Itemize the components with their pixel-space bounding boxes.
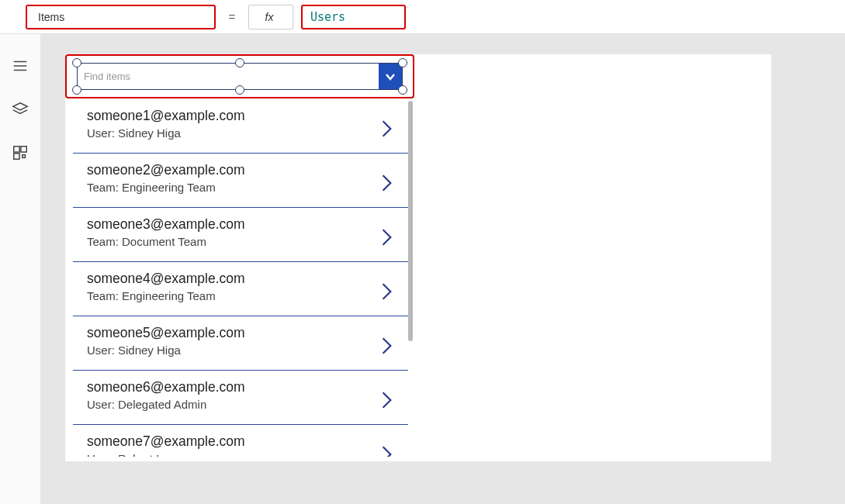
screen-canvas[interactable]: someone1@example.comUser: Sidney Higasom… [65,54,771,461]
list-item[interactable]: someone5@example.comUser: Sidney Higa [73,316,408,370]
svg-rect-5 [21,147,26,152]
list-item[interactable]: someone6@example.comUser: Delegated Admi… [73,370,408,424]
layers-icon[interactable] [12,101,29,118]
chevron-right-icon[interactable] [380,336,403,359]
list-item-text: someone6@example.comUser: Delegated Admi… [87,378,245,413]
list-item-subtitle: User: Delegated Admin [87,397,245,413]
list-item-text: someone4@example.comTeam: Engineering Te… [87,270,245,304]
list-item-text: someone7@example.comUser: Robert Lyon [87,433,245,457]
list-item-subtitle: User: Sidney Higa [87,126,245,141]
fx-label: fx [265,11,274,23]
selection-handle[interactable] [235,85,244,95]
selection-handle[interactable] [235,58,244,67]
components-icon[interactable] [12,144,29,161]
fx-button[interactable]: fx [248,5,293,29]
list-item-text: someone2@example.comTeam: Engineering Te… [87,161,245,195]
property-dropdown[interactable]: Items [26,5,216,29]
combobox-chevron-button[interactable] [379,64,402,89]
property-label: Items [38,11,64,23]
svg-rect-7 [23,155,26,158]
list-item-title: someone5@example.com [87,324,245,343]
equals-sign: = [227,10,237,23]
selection-handle[interactable] [72,85,81,95]
gallery-list: someone1@example.comUser: Sidney Higasom… [73,98,408,457]
list-item-title: someone1@example.com [87,107,245,126]
list-item-subtitle: Team: Document Team [87,234,245,250]
list-item[interactable]: someone3@example.comTeam: Document Team [73,207,408,261]
list-item[interactable]: someone7@example.comUser: Robert Lyon [73,424,408,457]
chevron-right-icon[interactable] [380,173,403,196]
combobox-selection-outline [65,54,414,98]
list-item-subtitle: User: Robert Lyon [87,451,245,457]
svg-rect-4 [14,147,19,152]
combobox-input[interactable] [78,64,379,89]
list-item-subtitle: Team: Engineering Team [87,288,245,304]
list-item-text: someone5@example.comUser: Sidney Higa [87,324,245,358]
list-item[interactable]: someone2@example.comTeam: Engineering Te… [73,153,408,207]
list-scrollbar[interactable] [408,101,413,411]
list-item[interactable]: someone1@example.comUser: Sidney Higa [73,98,408,153]
list-item-title: someone2@example.com [87,161,245,180]
menu-icon[interactable] [12,57,29,74]
list-item-subtitle: User: Sidney Higa [87,343,245,358]
list-item-subtitle: Team: Engineering Team [87,180,245,195]
combobox-control[interactable] [77,63,403,90]
list-item-title: someone6@example.com [87,378,245,397]
chevron-right-icon[interactable] [380,390,403,413]
chevron-right-icon[interactable] [380,444,403,457]
svg-rect-6 [14,154,19,159]
list-item-text: someone3@example.comTeam: Document Team [87,216,245,250]
svg-marker-3 [13,103,27,110]
list-item-title: someone7@example.com [87,433,245,451]
formula-input[interactable]: Users [301,5,406,29]
formula-value: Users [310,10,345,24]
list-item-text: someone1@example.comUser: Sidney Higa [87,107,245,141]
list-item-title: someone4@example.com [87,270,245,288]
left-rail [0,34,40,504]
chevron-right-icon[interactable] [380,281,403,305]
list-item-title: someone3@example.com [87,216,245,234]
selection-handle[interactable] [398,85,407,95]
selection-handle[interactable] [72,58,81,67]
chevron-right-icon[interactable] [380,227,403,250]
selection-handle[interactable] [398,58,407,67]
formula-bar: Items = fx Users [0,0,845,34]
scrollbar-thumb[interactable] [408,101,413,341]
chevron-right-icon[interactable] [380,119,403,142]
main-area: someone1@example.comUser: Sidney Higasom… [0,34,845,504]
list-item[interactable]: someone4@example.comTeam: Engineering Te… [73,261,408,316]
canvas-area: someone1@example.comUser: Sidney Higasom… [40,34,845,504]
